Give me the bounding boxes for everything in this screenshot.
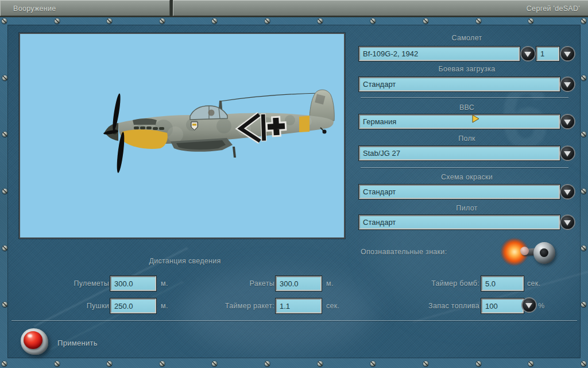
screw-icon xyxy=(212,361,217,366)
screw-icon xyxy=(107,361,112,366)
fuel-label: Запас топлива xyxy=(405,302,479,310)
screw-icon xyxy=(476,18,481,24)
screw-icon xyxy=(160,361,165,366)
pilot-select-value: Стандарт xyxy=(363,218,396,227)
machineguns-input[interactable] xyxy=(110,276,156,291)
markings-toggle-switch[interactable] xyxy=(533,242,555,264)
username-label: Сергей 'deSAD' xyxy=(527,5,580,13)
regiment-section-label: Полк xyxy=(359,135,575,143)
apply-button-icon xyxy=(24,331,42,349)
fuel-input[interactable] xyxy=(481,298,524,313)
convergence-title: Дистанция сведения xyxy=(127,257,242,265)
cursor-icon xyxy=(472,114,480,124)
cannons-unit: м. xyxy=(161,302,168,310)
tab-armament[interactable]: Вооружение xyxy=(0,0,170,16)
aircraft-select[interactable]: Bf-109G-2, 1942 xyxy=(359,47,520,61)
screw-icon xyxy=(318,361,323,366)
rockets-unit: м. xyxy=(326,279,334,288)
section-divider xyxy=(361,167,568,168)
aircraft-dropdown-button[interactable] xyxy=(521,47,535,60)
screw-icon xyxy=(265,18,270,24)
apply-button-label[interactable]: Применить xyxy=(57,339,98,347)
screw-icon xyxy=(2,189,7,194)
screw-icon xyxy=(581,361,586,366)
aircraft-count-dropdown-button[interactable] xyxy=(561,47,574,60)
pilot-section-label: Пилот xyxy=(359,204,575,212)
screw-icon xyxy=(581,246,586,251)
screw-icon xyxy=(370,18,376,24)
top-bar: Вооружение Сергей 'deSAD' xyxy=(0,0,588,17)
chevron-down-icon xyxy=(564,190,571,195)
titlebar-right-panel: Сергей 'deSAD' xyxy=(173,0,588,16)
pilot-select[interactable]: Стандарт xyxy=(359,215,560,229)
apply-button[interactable] xyxy=(21,328,48,355)
aircraft-select-value: Bf-109G-2, 1942 xyxy=(363,49,418,58)
aircraft-preview-panel xyxy=(19,33,345,239)
screw-icon xyxy=(528,18,533,24)
bomb-timer-input[interactable] xyxy=(481,276,524,291)
screw-icon xyxy=(2,132,7,137)
loadout-section-label: Боевая загрузка xyxy=(359,65,575,73)
chevron-down-icon xyxy=(564,151,571,156)
machineguns-label: Пулеметы xyxy=(52,279,109,288)
screw-icon xyxy=(370,361,376,366)
screw-icon xyxy=(2,246,7,251)
paint-scheme-dropdown-button[interactable] xyxy=(561,185,574,198)
screw-icon xyxy=(581,302,586,307)
rockets-input[interactable] xyxy=(276,276,322,291)
markings-label: Опознавательные знаки: xyxy=(361,248,447,256)
chevron-down-icon xyxy=(564,220,571,225)
screw-icon xyxy=(423,18,428,24)
chevron-down-icon xyxy=(524,52,531,57)
screw-icon xyxy=(265,361,270,366)
screw-icon xyxy=(581,75,586,80)
rocket-timer-input[interactable] xyxy=(276,298,322,313)
screw-icon xyxy=(212,18,217,24)
screw-icon xyxy=(476,361,481,366)
airforce-select[interactable]: Германия xyxy=(359,114,560,129)
screw-icon xyxy=(2,361,7,366)
section-divider xyxy=(361,97,568,98)
screw-icon xyxy=(55,361,60,366)
chevron-down-icon xyxy=(525,303,532,308)
paint-scheme-select-value: Стандарт xyxy=(363,187,396,196)
toggle-knob xyxy=(520,247,529,255)
screw-icon xyxy=(2,18,7,24)
screw-icon xyxy=(423,361,428,366)
rocket-timer-unit: сек. xyxy=(326,302,339,310)
regiment-select-value: Stab/JG 27 xyxy=(363,149,400,158)
regiment-dropdown-button[interactable] xyxy=(561,147,574,160)
screw-icon xyxy=(318,18,323,24)
screw-icon xyxy=(160,18,165,24)
airforce-dropdown-button[interactable] xyxy=(561,115,574,128)
armament-screen: Вооружение Сергей 'deSAD' 6 xyxy=(0,0,588,368)
bomb-timer-unit: сек. xyxy=(527,279,540,288)
footer-divider xyxy=(11,320,577,321)
regiment-select[interactable]: Stab/JG 27 xyxy=(359,146,560,160)
airforce-select-value: Германия xyxy=(363,117,396,126)
rockets-label: Ракеты xyxy=(200,279,274,288)
airforce-section-label: ВВС xyxy=(359,103,575,112)
loadout-select-value: Стандарт xyxy=(363,80,396,89)
pilot-dropdown-button[interactable] xyxy=(561,216,574,229)
chevron-down-icon xyxy=(564,52,571,57)
screw-icon xyxy=(528,361,533,366)
tab-armament-label: Вооружение xyxy=(13,5,56,13)
rocket-timer-label: Таймер ракет: xyxy=(200,302,274,310)
aircraft-count-input[interactable] xyxy=(536,47,559,61)
loadout-dropdown-button[interactable] xyxy=(561,78,574,91)
cannons-label: Пушки xyxy=(52,302,109,310)
cannons-input[interactable] xyxy=(110,298,156,313)
paint-scheme-section-label: Схема окраски xyxy=(359,173,575,181)
chevron-down-icon xyxy=(564,82,571,87)
chevron-down-icon xyxy=(564,120,571,125)
paint-scheme-select[interactable]: Стандарт xyxy=(359,185,560,199)
fuel-dropdown-button[interactable] xyxy=(523,298,536,312)
fuel-unit: % xyxy=(538,302,544,310)
screw-icon xyxy=(107,18,112,24)
loadout-select[interactable]: Стандарт xyxy=(359,77,560,91)
aircraft-section-label: Самолет xyxy=(359,34,575,42)
aircraft-image xyxy=(20,34,344,237)
screw-icon xyxy=(581,189,586,194)
screw-icon xyxy=(581,132,586,137)
